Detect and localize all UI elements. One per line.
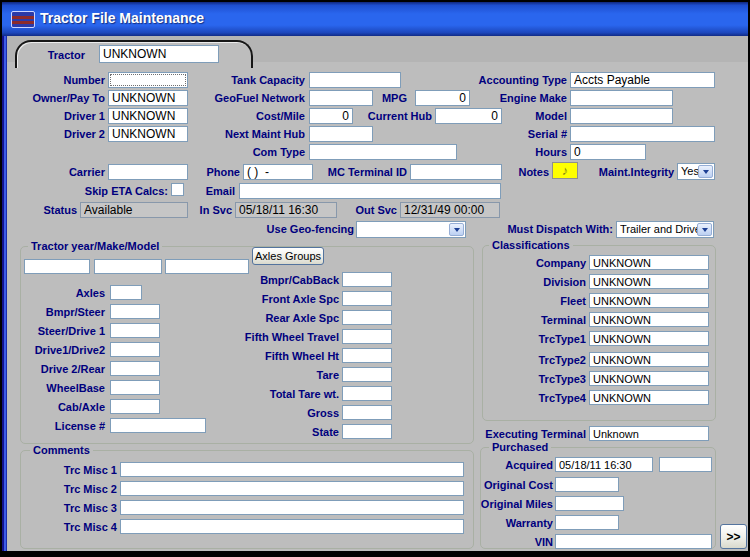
tractor-spec-group-title: Tractor year/Make/Model: [28, 240, 162, 252]
vin-label: VIN: [442, 536, 553, 549]
trc-misc-4-input[interactable]: [120, 519, 464, 534]
gross-input[interactable]: [342, 405, 392, 420]
acquired-input[interactable]: [555, 457, 653, 472]
tank-capacity-input[interactable]: [309, 72, 401, 88]
bmpr-cabback-input[interactable]: [342, 272, 392, 287]
trc-misc-3-input[interactable]: [120, 500, 464, 515]
driver-2-input[interactable]: [108, 126, 188, 142]
division-input[interactable]: [589, 274, 709, 289]
mpg-input[interactable]: [415, 90, 470, 106]
trctype2-label: TrcType2: [482, 354, 586, 367]
maint-integrity-select[interactable]: Yes: [677, 163, 715, 180]
trc-misc-2-input[interactable]: [120, 481, 464, 496]
original-miles-input[interactable]: [555, 496, 624, 511]
fifth-wheel-ht-input[interactable]: [342, 348, 392, 363]
trc-misc-3-label: Trc Misc 3: [42, 502, 117, 515]
acquired-extra-input[interactable]: [659, 457, 712, 472]
skip-eta-label: Skip ETA Calcs:: [68, 185, 168, 198]
rear-axle-spc-input[interactable]: [342, 310, 392, 325]
division-label: Division: [482, 276, 586, 289]
current-hub-input[interactable]: [435, 108, 502, 124]
bmpr-cabback-label: Bmpr/CabBack: [222, 274, 339, 287]
accounting-type-input[interactable]: [570, 72, 715, 88]
trctype1-input[interactable]: [589, 331, 709, 346]
com-type-label: Com Type: [212, 146, 305, 159]
trc-misc-1-input[interactable]: [120, 462, 464, 477]
carrier-label: Carrier: [25, 166, 105, 179]
license-input[interactable]: [110, 418, 206, 433]
trctype3-label: TrcType3: [482, 373, 586, 386]
trctype3-input[interactable]: [589, 371, 709, 386]
steer-drive1-input[interactable]: [110, 323, 160, 338]
out-svc-label: Out Svc: [345, 204, 397, 217]
warranty-input[interactable]: [555, 515, 619, 530]
cab-axle-label: Cab/Axle: [5, 401, 105, 414]
notes-button[interactable]: ♪: [552, 162, 578, 179]
front-axle-spc-label: Front Axle Spc: [222, 293, 339, 306]
company-label: Company: [482, 257, 586, 270]
trctype2-input[interactable]: [589, 352, 709, 367]
phone-input[interactable]: [243, 164, 313, 180]
fleet-label: Fleet: [482, 295, 586, 308]
tractor-model-input[interactable]: [165, 259, 249, 274]
mc-terminal-id-input[interactable]: [410, 164, 502, 180]
hours-input[interactable]: [570, 144, 646, 160]
tractor-tab-label: Tractor: [15, 49, 85, 62]
mpg-label: MPG: [375, 92, 407, 105]
status-field: [80, 202, 188, 218]
fifth-wheel-travel-input[interactable]: [342, 329, 392, 344]
axles-input[interactable]: [110, 285, 142, 300]
company-input[interactable]: [589, 255, 709, 270]
tractor-file-maintenance-window: Tractor File Maintenance Tractor Number …: [0, 0, 750, 557]
next-maint-hub-input[interactable]: [309, 126, 373, 142]
must-dispatch-select[interactable]: Trailer and Drive: [616, 221, 714, 238]
chevron-down-icon: [697, 223, 712, 236]
trctype1-label: TrcType1: [482, 333, 586, 346]
tare-label: Tare: [222, 369, 339, 382]
owner-pay-to-input[interactable]: [108, 90, 188, 106]
driver-1-label: Driver 1: [25, 110, 105, 123]
model-input[interactable]: [570, 108, 673, 124]
in-svc-field: [235, 202, 337, 218]
total-tare-wt-input[interactable]: [342, 386, 392, 401]
drive2-rear-input[interactable]: [110, 361, 160, 376]
carrier-input[interactable]: [108, 164, 188, 180]
skip-eta-checkbox[interactable]: [171, 183, 184, 196]
tractor-make-input[interactable]: [94, 259, 162, 274]
vin-input[interactable]: [555, 534, 712, 549]
trctype4-input[interactable]: [589, 390, 709, 405]
original-cost-input[interactable]: [555, 477, 619, 492]
com-type-input[interactable]: [309, 144, 457, 160]
number-input[interactable]: [108, 72, 188, 88]
accounting-type-label: Accounting Type: [442, 74, 567, 87]
bmpr-steer-input[interactable]: [110, 304, 160, 319]
wheelbase-input[interactable]: [110, 380, 160, 395]
state-input[interactable]: [342, 424, 392, 439]
executing-terminal-input[interactable]: [589, 426, 709, 441]
axles-groups-button[interactable]: Axles Groups: [252, 247, 324, 265]
engine-make-input[interactable]: [570, 90, 673, 106]
drive1-drive2-input[interactable]: [110, 342, 160, 357]
must-dispatch-label: Must Dispatch With:: [490, 223, 613, 236]
more-button[interactable]: >>: [720, 524, 747, 549]
chevron-down-icon: [698, 165, 713, 178]
executing-terminal-label: Executing Terminal: [457, 428, 586, 441]
cost-mile-input[interactable]: [309, 108, 353, 124]
cab-axle-input[interactable]: [110, 399, 160, 414]
front-axle-spc-input[interactable]: [342, 291, 392, 306]
current-hub-label: Current Hub: [355, 110, 432, 123]
tractor-year-input[interactable]: [24, 259, 90, 274]
window-title: Tractor File Maintenance: [40, 10, 204, 26]
driver-1-input[interactable]: [108, 108, 188, 124]
geofuel-network-input[interactable]: [309, 90, 373, 106]
terminal-input[interactable]: [589, 312, 709, 327]
use-geofencing-select[interactable]: [356, 221, 466, 238]
email-input[interactable]: [239, 183, 501, 199]
tractor-id-input[interactable]: [99, 45, 219, 63]
tare-input[interactable]: [342, 367, 392, 382]
trc-misc-4-label: Trc Misc 4: [42, 521, 117, 534]
fleet-input[interactable]: [589, 293, 709, 308]
drive1-drive2-label: Drive1/Drive2: [5, 344, 105, 357]
serial-input[interactable]: [570, 126, 715, 142]
gross-label: Gross: [222, 407, 339, 420]
